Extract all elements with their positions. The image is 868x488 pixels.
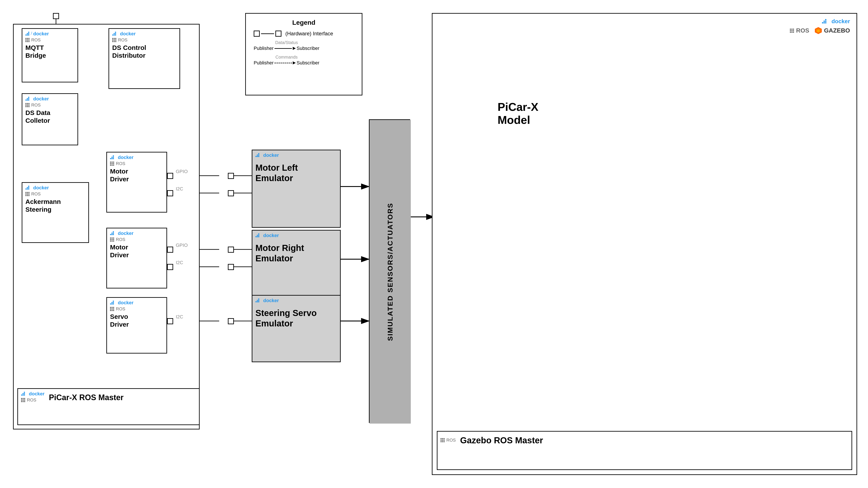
picar-master-title: PiCar-X ROS Master (49, 393, 123, 402)
mqtt-docker-icon (25, 31, 32, 36)
svg-rect-47 (27, 100, 28, 101)
gazebo-docker-icon (822, 19, 830, 24)
svg-rect-89 (257, 236, 258, 237)
diagram-container: docker ROS MQTT Bridge docker (0, 0, 868, 488)
svg-rect-34 (25, 34, 27, 36)
legend-hw-row: (Hardware) Interface (254, 31, 354, 37)
ack-ros: ROS (25, 192, 85, 196)
svg-marker-110 (293, 61, 296, 64)
iface-servo-i2c-out (167, 318, 173, 324)
motor-left-box: docker Motor LeftEmulator (252, 150, 341, 228)
svg-rect-95 (257, 301, 258, 302)
md2-docker-icon (110, 231, 117, 236)
gpio2-label: GPIO (176, 242, 188, 248)
ss-docker: docker (255, 298, 337, 303)
sensors-panel: SIMULATED SENSORS/ACTUATORS (369, 119, 410, 423)
svg-rect-48 (28, 100, 29, 101)
svg-rect-67 (112, 233, 113, 234)
legend-solid-line (275, 48, 292, 49)
i2c1-label: I2C (176, 186, 183, 192)
ds-data-ros: ROS (25, 103, 74, 107)
svg-rect-62 (113, 157, 114, 158)
svg-rect-60 (113, 158, 114, 159)
svg-rect-88 (255, 236, 256, 237)
svg-rect-50 (28, 98, 29, 99)
legend-dashed-line (275, 63, 292, 63)
svg-rect-58 (110, 158, 111, 159)
legend-box: Legend (Hardware) Interface Data/Status … (245, 13, 362, 95)
ds-control-title: DS ControlDistributor (112, 44, 177, 59)
iface-md2-gpio-out (167, 247, 173, 253)
picar-master-ros: ROS (21, 397, 44, 402)
svg-rect-103 (824, 21, 825, 22)
md2-docker: docker (110, 231, 163, 236)
svg-rect-85 (257, 155, 258, 156)
svg-rect-41 (114, 34, 115, 36)
svg-rect-37 (27, 33, 28, 34)
svg-rect-80 (24, 393, 25, 394)
ds-ctrl-docker-icon (112, 31, 119, 36)
legend-dashed-arrow (293, 61, 296, 64)
ack-docker-icon (25, 186, 32, 190)
servo-ros: ROS (110, 306, 163, 312)
servo-docker-icon (110, 300, 117, 305)
ml-title: Motor LeftEmulator (255, 162, 337, 183)
svg-rect-72 (113, 303, 114, 304)
iface-mr-gpio-in (228, 247, 234, 253)
picar-master-box: docker ROS PiCar-X ROS Master (18, 388, 199, 425)
ds-data-docker-icon (25, 97, 32, 101)
gazebo-panel: docker ROS GAZEBO PiCar-XModel (432, 13, 857, 475)
svg-rect-44 (115, 33, 116, 34)
svg-rect-98 (258, 300, 259, 301)
iface-ml-i2c-in (228, 190, 234, 196)
servo-driver-box: docker ROS ServoDriver (106, 297, 167, 354)
gazebo-master-box: ROS Gazebo ROS Master (437, 431, 852, 470)
svg-rect-51 (28, 97, 29, 98)
svg-rect-78 (24, 394, 25, 396)
svg-rect-96 (258, 301, 259, 302)
mqtt-docker-badge: docker (25, 31, 74, 37)
legend-pub-solid-row: Data/Status Publisher Subscriber (254, 40, 354, 51)
iface-sq-mqtt-top (53, 13, 59, 19)
gazebo-ros-badge: ROS (790, 27, 809, 34)
mqtt-bridge-title: MQTT Bridge (25, 44, 74, 59)
md1-docker-icon (110, 155, 117, 160)
svg-rect-40 (112, 34, 113, 36)
svg-rect-63 (113, 155, 114, 156)
servo-title: ServoDriver (110, 313, 163, 328)
md1-ros: ROS (110, 161, 163, 166)
gazebo-label: GAZEBO (824, 27, 850, 34)
gazebo-master-ros: ROS (440, 438, 456, 443)
svg-rect-68 (113, 233, 114, 234)
svg-rect-90 (258, 236, 259, 237)
svg-rect-61 (112, 157, 113, 158)
iface-md1-gpio-out (167, 173, 173, 179)
legend-hw-sq2 (275, 31, 281, 37)
sensors-sidebar-label: SIMULATED SENSORS/ACTUATORS (370, 120, 411, 424)
ds-data-box: docker ROS DS DataColletor (22, 93, 78, 145)
steering-servo-box: docker Steering ServoEmulator (252, 295, 341, 362)
svg-marker-109 (293, 47, 296, 50)
mqtt-docker-label: docker (33, 31, 49, 37)
svg-rect-66 (113, 234, 114, 235)
mr-title: Motor RightEmulator (255, 243, 337, 263)
svg-rect-49 (27, 98, 28, 99)
svg-rect-57 (28, 186, 29, 187)
svg-rect-65 (112, 234, 113, 235)
iface-mr-i2c-in (228, 264, 234, 270)
iface-md1-i2c-out (167, 190, 173, 196)
svg-rect-76 (21, 394, 22, 396)
svg-rect-101 (824, 22, 825, 24)
mr-docker: docker (255, 233, 337, 238)
svg-rect-39 (28, 32, 29, 33)
svg-rect-55 (27, 187, 28, 188)
svg-rect-64 (110, 234, 111, 235)
ds-ctrl-docker-badge: docker (112, 31, 177, 37)
servo-docker: docker (110, 300, 163, 305)
svg-rect-42 (115, 34, 116, 36)
md1-title: MotorDriver (110, 167, 163, 183)
iface-md2-i2c-out (167, 264, 173, 270)
iface-ml-gpio-in (228, 173, 234, 179)
legend-title: Legend (254, 19, 354, 26)
ds-data-docker: docker (25, 96, 74, 102)
